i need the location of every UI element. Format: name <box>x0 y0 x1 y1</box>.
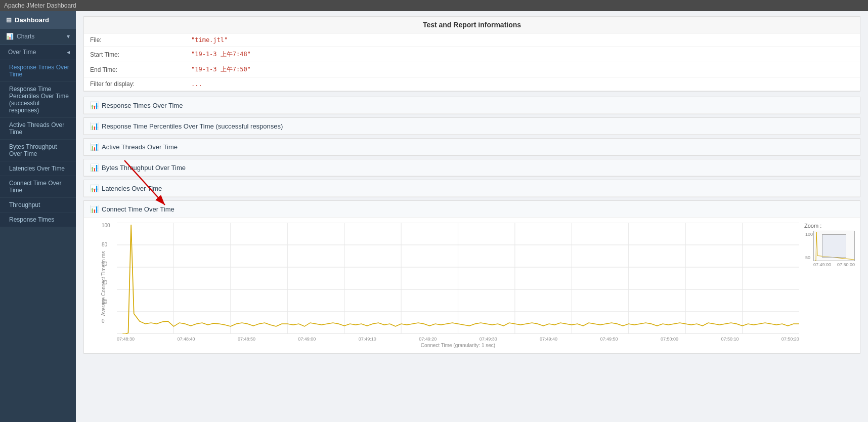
bar-chart-icon-2: 📊 <box>90 122 99 130</box>
bar-chart-icon-3: 📊 <box>90 143 99 151</box>
main-chart-title: Connect Time Over Time <box>102 205 175 213</box>
section-response-times-over-time: 📊 Response Times Over Time <box>83 97 860 114</box>
dashboard-icon: ⊞ <box>6 16 12 24</box>
x-axis-ticks: 07:48:30 07:48:40 07:48:50 07:49:00 07:4… <box>117 336 799 342</box>
main-chart-svg <box>117 223 799 334</box>
sidebar-item-response-times[interactable]: Response Times <box>0 213 76 227</box>
bar-chart-icon-4: 📊 <box>90 163 99 172</box>
zoom-box[interactable] <box>813 231 855 261</box>
chevron-left-icon: ◂ <box>67 49 70 56</box>
sidebar: ⊞ Dashboard 📊 Charts ▾ Over Time ◂ Respo… <box>0 11 76 422</box>
chevron-down-icon: ▾ <box>67 33 70 40</box>
section-label-2: Response Time Percentiles Over Time (suc… <box>102 122 283 130</box>
info-table: File:"time.jtl"Start Time:"19-1-3 上午7:48… <box>84 33 860 91</box>
section-label-3: Active Threads Over Time <box>102 143 178 151</box>
zoom-label: Zoom : <box>804 223 855 229</box>
chart-svg-wrapper: Average Connect Time in ms 100 80 60 <box>89 223 799 348</box>
sidebar-item-response-time-percentiles[interactable]: Response Time Percentiles Over Time (suc… <box>0 82 76 118</box>
x-axis-label: Connect Time (granularity: 1 sec) <box>117 343 799 348</box>
sidebar-item-charts[interactable]: 📊 Charts ▾ <box>0 29 76 45</box>
section-active-threads: 📊 Active Threads Over Time <box>83 138 860 156</box>
chart-container: Average Connect Time in ms 100 80 60 <box>84 218 860 353</box>
main-content: Test and Report informations File:"time.… <box>76 11 868 422</box>
sidebar-item-response-times-over-time[interactable]: Response Times Over Time <box>0 60 76 82</box>
chart-main-area: Average Connect Time in ms 100 80 60 <box>89 223 799 348</box>
section-label: Response Times Over Time <box>102 102 183 109</box>
section-latencies: 📊 Latencies Over Time <box>83 180 860 197</box>
section-label-4: Bytes Throughput Over Time <box>102 164 186 172</box>
bar-chart-icon-6: 📊 <box>90 205 99 213</box>
info-panel-title: Test and Report informations <box>84 17 860 33</box>
titlebar: Apache JMeter Dashboard <box>0 0 868 11</box>
sidebar-item-latencies[interactable]: Latencies Over Time <box>0 161 76 176</box>
section-label-5: Latencies Over Time <box>102 185 162 192</box>
info-panel: Test and Report informations File:"time.… <box>83 16 860 92</box>
zoom-panel: Zoom : 100 50 <box>804 223 855 348</box>
sidebar-item-connect-time[interactable]: Connect Time Over Time <box>0 176 76 198</box>
sidebar-item-throughput[interactable]: Throughput <box>0 198 76 213</box>
bar-chart-icon: 📊 <box>90 101 99 109</box>
info-table-row: File:"time.jtl" <box>84 33 860 47</box>
sidebar-item-bytes-throughput[interactable]: Bytes Throughput Over Time <box>0 140 76 161</box>
zoom-x-labels: 07:49:00 07:50:00 <box>813 262 855 267</box>
charts-icon: 📊 <box>6 33 14 40</box>
section-connect-time: 📊 Connect Time Over Time Average Connect… <box>83 200 860 354</box>
sidebar-item-overtime[interactable]: Over Time ◂ <box>0 45 76 60</box>
info-table-row: End Time:"19-1-3 上午7:50" <box>84 62 860 77</box>
info-table-row: Filter for display:... <box>84 77 860 91</box>
sidebar-item-active-threads[interactable]: Active Threads Over Time <box>0 118 76 140</box>
sidebar-item-dashboard[interactable]: ⊞ Dashboard <box>0 11 76 29</box>
y-axis-ticks: 100 80 60 40 20 0 <box>102 223 110 324</box>
info-table-row: Start Time:"19-1-3 上午7:48" <box>84 47 860 62</box>
chart-annotation-area: 📊 Connect Time Over Time Average Connect… <box>84 201 860 353</box>
bar-chart-icon-5: 📊 <box>90 184 99 192</box>
section-response-time-percentiles: 📊 Response Time Percentiles Over Time (s… <box>83 117 860 135</box>
section-bytes-throughput: 📊 Bytes Throughput Over Time <box>83 159 860 177</box>
